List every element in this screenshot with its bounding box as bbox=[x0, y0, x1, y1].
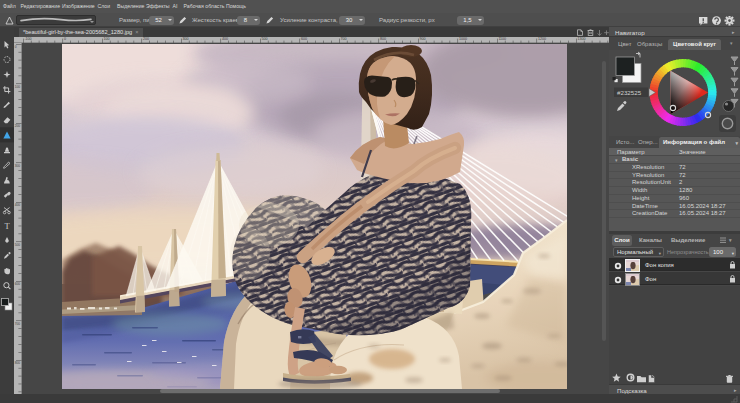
svg-text:600: 600 bbox=[15, 282, 21, 286]
svg-text:200: 200 bbox=[15, 124, 21, 128]
svg-text:#232525: #232525 bbox=[617, 89, 642, 96]
svg-text:500: 500 bbox=[261, 37, 267, 41]
svg-text:500: 500 bbox=[15, 242, 21, 246]
svg-text:700: 700 bbox=[15, 321, 21, 325]
svg-text:400: 400 bbox=[222, 37, 228, 41]
svg-text:-100: -100 bbox=[24, 37, 31, 41]
svg-text:300: 300 bbox=[15, 163, 21, 167]
svg-text:200: 200 bbox=[143, 37, 149, 41]
svg-text:100: 100 bbox=[103, 37, 109, 41]
svg-text:0: 0 bbox=[64, 37, 66, 41]
svg-text:800: 800 bbox=[15, 361, 21, 365]
svg-text:100: 100 bbox=[15, 84, 21, 88]
svg-text:800: 800 bbox=[380, 37, 386, 41]
svg-text:700: 700 bbox=[340, 37, 346, 41]
svg-text:600: 600 bbox=[301, 37, 307, 41]
svg-text:900: 900 bbox=[419, 37, 425, 41]
svg-text:0: 0 bbox=[15, 45, 17, 49]
svg-text:300: 300 bbox=[182, 37, 188, 41]
svg-text:400: 400 bbox=[15, 203, 21, 207]
svg-text:T: T bbox=[4, 221, 10, 231]
